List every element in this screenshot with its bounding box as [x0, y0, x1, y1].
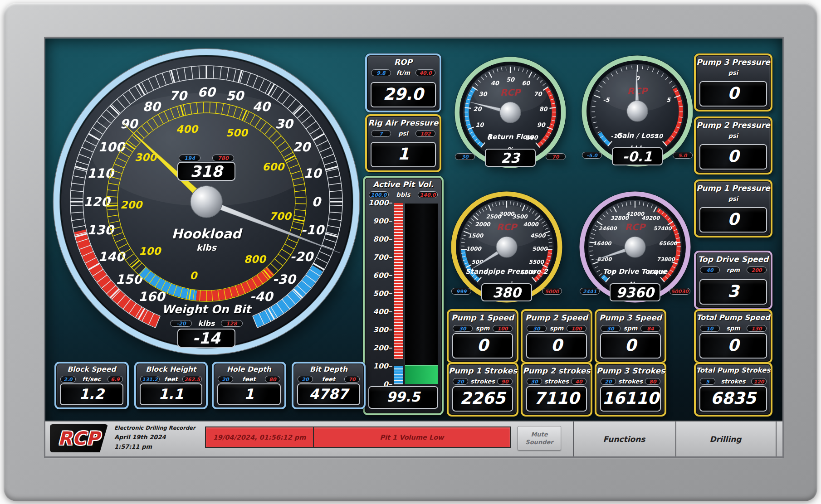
unit-label: strokes — [544, 378, 569, 385]
svg-text:49200: 49200 — [641, 215, 660, 221]
digital-value: 0 — [699, 207, 767, 233]
digital-value: 7110 — [526, 386, 587, 412]
block-height-panel: Block Height 131.2 feet 262.5 1.1 — [134, 362, 208, 409]
pit-scale-label: 400 — [368, 307, 388, 316]
min-alarm-chip: 20 — [453, 378, 468, 385]
max-alarm-chip: 80 — [265, 376, 280, 383]
svg-text:500: 500 — [226, 127, 249, 139]
panel-title: Block Height — [136, 365, 206, 373]
block-speed-panel: Block Speed 2.0 ft/sec 6.9 1.2 — [54, 362, 129, 409]
max-alarm-chip: 120 — [751, 378, 767, 385]
svg-text:16400: 16400 — [593, 240, 612, 247]
max-alarm-chip: 130 — [747, 325, 767, 332]
svg-text:30: 30 — [479, 91, 488, 97]
min-alarm-chip: 2441 — [580, 288, 600, 295]
pit-bar-fill — [405, 366, 438, 384]
digital-value: 16110 — [600, 386, 661, 412]
digital-value: 0 — [699, 81, 767, 107]
gain-loss-gauge: -10-50510RCPGain / Lossbbls -5.0 -0.1 5.… — [580, 53, 695, 169]
unit-label: psi — [398, 130, 408, 137]
svg-text:65600: 65600 — [659, 240, 678, 247]
svg-text:1500: 1500 — [468, 233, 484, 239]
hole-depth-panel: Hole Depth 20 feet 80 1 — [212, 362, 286, 409]
pump1-strokes-panel: Pump 1 Strokes 20 strokes 90 2265 — [447, 362, 518, 417]
pit-scale-label: 900 — [368, 217, 388, 225]
panel-title: Rig Air Pressure — [367, 118, 440, 127]
unit-label: ft/sec — [83, 376, 101, 383]
wob-value: -14 — [177, 329, 235, 348]
svg-text:-40: -40 — [250, 289, 274, 304]
min-alarm-chip: -5.0 — [582, 152, 602, 159]
svg-text:4500: 4500 — [530, 233, 546, 239]
max-alarm-chip: 84 — [640, 325, 660, 332]
min-alarm-chip: 40 — [700, 267, 720, 273]
svg-text:70: 70 — [169, 88, 188, 103]
panel-title: Active Pit Vol. — [365, 180, 442, 189]
dial-title: Standpipe Pressure 2 — [465, 267, 548, 276]
mute-label-line2: Sounder — [525, 438, 553, 446]
divider — [776, 422, 777, 456]
rcp-logo: RCP — [497, 222, 518, 233]
digital-value: 0 — [699, 333, 767, 359]
min-alarm-chip: 30 — [527, 378, 542, 385]
panel-title: Total Pump Strokes — [696, 366, 771, 374]
max-alarm-chip: 80 — [645, 378, 660, 385]
svg-text:5: 5 — [666, 97, 671, 103]
svg-text:70: 70 — [533, 91, 542, 97]
unit-label: psi — [728, 69, 738, 76]
pit-scale-label: 700 — [368, 253, 388, 262]
hookload-unit: klbs — [52, 242, 361, 252]
max-alarm-chip: 5.0 — [673, 152, 693, 159]
pit-normal-zone — [394, 359, 403, 366]
min-alarm-chip: 20 — [218, 376, 233, 383]
panel-title: Block Speed — [56, 365, 127, 373]
pit-value: 99.5 — [368, 386, 438, 409]
pump2-pressure-panel: Pump 2 Pressure psi 0 — [694, 116, 772, 174]
panel-title: Pump 3 Speed — [596, 313, 665, 322]
max-alarm-chip: 200 — [747, 267, 767, 273]
svg-text:80: 80 — [143, 99, 161, 114]
max-alarm-chip: 6.9 — [108, 376, 123, 383]
max-alarm-chip: 102 — [415, 130, 435, 137]
wob-title: Weight On Bit — [52, 303, 361, 316]
app-time: 1:57:11 pm — [114, 443, 195, 450]
digital-value: 3 — [699, 279, 767, 305]
svg-text:90: 90 — [537, 121, 546, 128]
min-alarm-chip: 131.2 — [140, 376, 160, 383]
svg-text:160: 160 — [138, 289, 166, 304]
digital-value: 2265 — [452, 386, 513, 412]
rig-air-pressure-panel: Rig Air Pressure 7 psi 102 1 — [365, 114, 441, 172]
drilling-button[interactable]: Drilling — [675, 422, 776, 456]
rcp-logo-text: RCP — [58, 428, 100, 449]
alarm-banner[interactable]: 19/04/2024, 01:56:12 pm Pit 1 Volume Low — [205, 426, 511, 448]
digital-value: 0 — [600, 333, 661, 359]
pump3-speed-panel: Pump 3 Speed 30 spm 84 0 — [595, 309, 666, 363]
max-alarm-chip: 90 — [497, 378, 513, 385]
svg-text:40: 40 — [253, 99, 271, 114]
app-title: Electronic Drilling Recorder — [114, 425, 195, 431]
unit-label: feet — [242, 376, 256, 383]
needle-hub — [625, 237, 645, 257]
svg-text:50: 50 — [506, 76, 515, 83]
pump1-pressure-panel: Pump 1 Pressure psi 0 — [694, 179, 772, 237]
min-alarm-chip: 9.8 — [371, 69, 391, 76]
dial-title: Top Drive Torque — [603, 267, 668, 276]
pump3-pressure-panel: Pump 3 Pressure psi 0 — [694, 53, 772, 111]
panel-title: Pump 1 Speed — [449, 313, 517, 322]
panel-title: Top Drive Speed — [696, 255, 771, 264]
functions-button[interactable]: Functions — [573, 422, 675, 456]
pit-scale: 10009008007006005004003002001000 — [368, 203, 438, 384]
pit-scale-label: 300 — [368, 325, 388, 334]
pit-tick-strip — [394, 203, 403, 384]
min-alarm-chip: 5 — [700, 378, 715, 385]
svg-text:-30: -30 — [273, 272, 297, 287]
mute-sounder-button[interactable]: Mute Sounder — [518, 426, 561, 451]
max-alarm-chip: 5000 — [542, 288, 562, 295]
min-alarm-chip: 20 — [298, 376, 313, 383]
hookload-title: Hookload — [52, 226, 361, 242]
panel-title: Bit Depth — [293, 365, 364, 373]
max-alarm-chip: 50030 — [670, 288, 690, 295]
digital-value: 4787 — [297, 383, 360, 405]
pit-high-zone — [394, 203, 403, 359]
unit-label: psi — [728, 132, 738, 139]
